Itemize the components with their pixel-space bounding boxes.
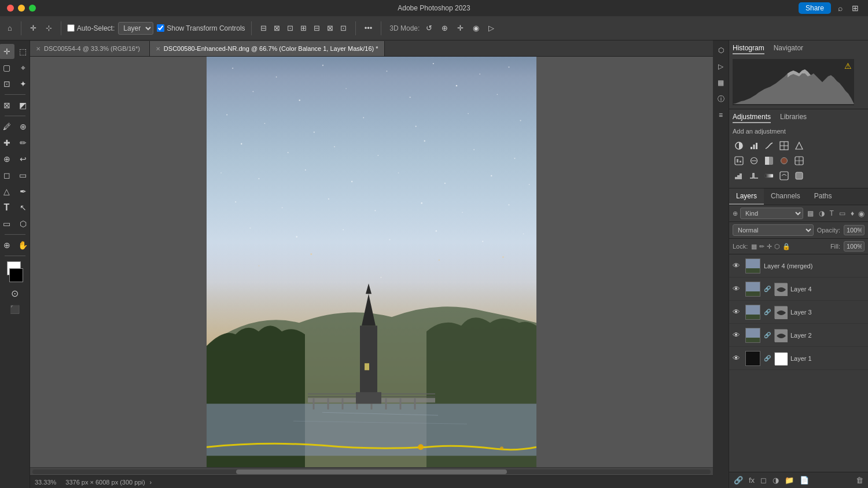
- bw-btn[interactable]: [763, 154, 775, 167]
- status-arrow[interactable]: ›: [150, 479, 152, 486]
- lock-transparent-btn[interactable]: ▦: [751, 243, 757, 250]
- move-tool-btn[interactable]: ✛: [27, 21, 39, 35]
- history-brush[interactable]: ↩: [16, 151, 31, 167]
- 3d-btn1[interactable]: ↺: [423, 21, 435, 35]
- layer-item-4merged[interactable]: 👁 Layer 4 (merged): [729, 254, 868, 278]
- channels-tab[interactable]: Channels: [764, 188, 807, 205]
- photo-filter-btn[interactable]: [778, 154, 790, 167]
- minimize-button[interactable]: [18, 5, 25, 12]
- 3d-btn3[interactable]: ✛: [454, 21, 466, 35]
- layer-item-1[interactable]: 👁 🔗 Layer 1: [729, 347, 868, 370]
- 3d-btn4[interactable]: ◉: [470, 21, 482, 35]
- pen-tool[interactable]: ✒: [16, 184, 31, 199]
- gradient-tool[interactable]: ▭: [16, 168, 31, 183]
- align-right-btn[interactable]: ⊡: [284, 21, 296, 35]
- exposure-btn[interactable]: [778, 139, 790, 152]
- screen-mode-button[interactable]: ⬛: [8, 302, 23, 317]
- gradient-map-btn[interactable]: [763, 169, 775, 182]
- distribute-btn[interactable]: ⊡: [337, 21, 350, 35]
- fill-input[interactable]: [844, 241, 865, 252]
- crop-tool[interactable]: ⊠: [0, 98, 14, 113]
- histogram-tab[interactable]: Histogram: [733, 44, 764, 54]
- libraries-tab[interactable]: Libraries: [780, 113, 807, 123]
- zoom-tool[interactable]: ⊕: [0, 238, 14, 253]
- magic-wand[interactable]: ✦: [16, 76, 31, 91]
- healing-tool[interactable]: ✚: [0, 135, 14, 150]
- lock-artboard-btn[interactable]: ⬡: [774, 243, 780, 250]
- levels-btn[interactable]: [748, 139, 760, 152]
- canvas-scrollbar[interactable]: [30, 467, 713, 475]
- more-options-btn[interactable]: •••: [362, 21, 376, 35]
- opacity-input[interactable]: [844, 225, 865, 235]
- move-tool[interactable]: ✛: [0, 44, 14, 59]
- show-transform-checkbox[interactable]: [157, 24, 164, 32]
- layer-kind-select[interactable]: Kind: [740, 208, 803, 219]
- blend-mode-select[interactable]: Normal: [733, 224, 814, 236]
- auto-select-checkbox[interactable]: [67, 24, 75, 32]
- layer-item-3[interactable]: 👁 🔗 Layer 3: [729, 301, 868, 324]
- layer-3-visibility[interactable]: 👁: [733, 308, 742, 316]
- brush-tool[interactable]: ✏: [16, 135, 31, 150]
- right-icon-more[interactable]: ≡: [715, 109, 727, 121]
- right-icon-info[interactable]: ⓘ: [715, 93, 727, 105]
- maximize-button[interactable]: [29, 5, 36, 12]
- channel-mixer-btn[interactable]: [793, 154, 806, 167]
- layer-2-visibility[interactable]: 👁: [733, 331, 742, 339]
- 3d-btn5[interactable]: ▷: [486, 21, 497, 35]
- align-center-btn[interactable]: ⊠: [271, 21, 283, 35]
- eyedropper-tool[interactable]: 🖉: [0, 119, 14, 134]
- align-middle-btn[interactable]: ⊟: [311, 21, 323, 35]
- posterize-btn[interactable]: [733, 169, 745, 182]
- lock-pixels-btn[interactable]: ✏: [759, 243, 764, 250]
- tab-2[interactable]: ✕ DSC00580-Enhanced-NR.dng @ 66.7% (Colo…: [150, 41, 385, 56]
- object-select[interactable]: ⊡: [0, 76, 14, 91]
- lock-position-btn[interactable]: ✛: [767, 243, 772, 250]
- brightness-contrast-btn[interactable]: [733, 139, 745, 152]
- layer-4merged-visibility[interactable]: 👁: [733, 261, 742, 270]
- dodge-tool[interactable]: △: [0, 184, 14, 199]
- new-group-btn[interactable]: 📁: [784, 475, 795, 486]
- artboard-tool[interactable]: ⬚: [16, 44, 31, 59]
- layer-4-visibility[interactable]: 👁: [733, 284, 742, 293]
- color-sampler[interactable]: ⊕: [16, 119, 31, 134]
- link-layers-btn[interactable]: 🔗: [733, 475, 744, 486]
- add-mask-btn[interactable]: ◻: [759, 475, 768, 486]
- lock-all-btn[interactable]: 🔒: [782, 243, 790, 250]
- shape-filter-btn[interactable]: ▭: [837, 209, 847, 218]
- 3d-tool[interactable]: ⬡: [16, 216, 31, 231]
- adjustments-tab[interactable]: Adjustments: [733, 113, 771, 123]
- layers-tab[interactable]: Layers: [729, 188, 764, 205]
- layer-1-visibility[interactable]: 👁: [733, 354, 742, 363]
- selective-color-btn[interactable]: [778, 169, 790, 182]
- text-tool[interactable]: T: [0, 200, 14, 215]
- curves-btn[interactable]: [763, 139, 775, 152]
- align-left-btn[interactable]: ⊟: [258, 21, 270, 35]
- shape-tool[interactable]: ▭: [0, 216, 14, 231]
- new-adjustment-btn[interactable]: ◑: [771, 475, 780, 486]
- scroll-thumb[interactable]: [236, 469, 507, 474]
- filter-toggle[interactable]: ◉: [858, 209, 865, 218]
- marquee-tool[interactable]: ▢: [0, 60, 14, 75]
- share-button[interactable]: Share: [799, 2, 831, 14]
- search-button[interactable]: ⌕: [836, 2, 845, 14]
- right-icon-layers[interactable]: ▦: [715, 76, 727, 89]
- delete-layer-btn[interactable]: 🗑: [855, 475, 865, 486]
- 3d-btn2[interactable]: ⊕: [439, 21, 451, 35]
- panels-button[interactable]: ⊞: [849, 2, 861, 14]
- solid-color-btn[interactable]: [793, 169, 806, 182]
- auto-select-dropdown[interactable]: Layer: [118, 22, 153, 35]
- tab-1[interactable]: ✕ DSC00554-4 @ 33.3% (RGB/16*): [30, 41, 150, 56]
- paths-tab[interactable]: Paths: [807, 188, 839, 205]
- right-icon-1[interactable]: ⬡: [715, 44, 727, 57]
- lasso-tool[interactable]: ⌖: [16, 60, 31, 75]
- layer-item-2[interactable]: 👁 🔗 Layer 2: [729, 324, 868, 347]
- transform-mode-btn[interactable]: ⊹: [43, 21, 55, 35]
- navigator-tab[interactable]: Navigator: [774, 44, 803, 54]
- stamp-tool[interactable]: ⊕: [0, 151, 14, 167]
- quick-mask-button[interactable]: ⊙: [8, 286, 23, 301]
- align-top-btn[interactable]: ⊞: [297, 21, 310, 35]
- add-style-btn[interactable]: fx: [748, 475, 756, 486]
- hsl-btn[interactable]: [733, 154, 745, 167]
- pixel-filter-btn[interactable]: ▩: [806, 209, 815, 218]
- threshold-btn[interactable]: [748, 169, 760, 182]
